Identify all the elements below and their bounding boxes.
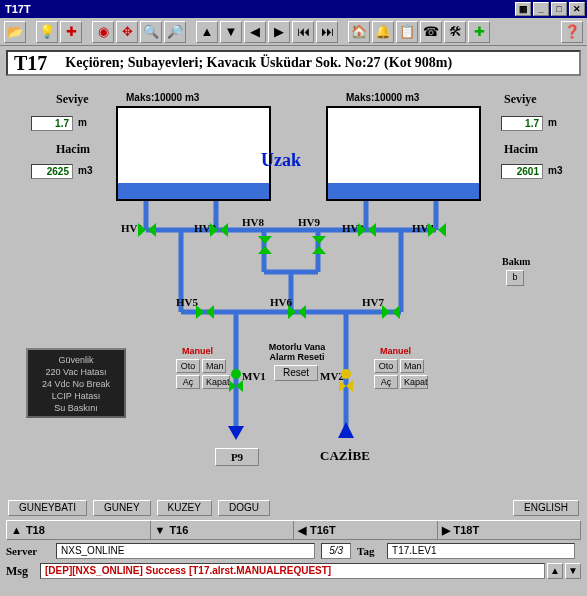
target-icon[interactable]: ◉ (92, 21, 114, 43)
zoom-out-icon[interactable]: 🔎 (164, 21, 186, 43)
nav-down-icon[interactable]: ▼ (220, 21, 242, 43)
phone-icon[interactable]: ☎ (420, 21, 442, 43)
bulb-icon[interactable]: 💡 (36, 21, 58, 43)
valve-hv5[interactable] (196, 305, 214, 319)
svg-marker-21 (220, 223, 228, 237)
valve-hv8[interactable] (258, 236, 272, 254)
nav-t18[interactable]: ▲T18 (7, 521, 151, 539)
valve-hv9[interactable] (312, 236, 326, 254)
nav-right-icon-small: ▶ (442, 524, 450, 537)
open-icon[interactable]: 📂 (4, 21, 26, 43)
hv8-label: HV8 (242, 216, 264, 228)
valve-hv4[interactable] (428, 223, 446, 237)
seviye-value-1: 1.7 (31, 116, 73, 131)
outlet-p9-button[interactable]: P9 (215, 448, 259, 466)
mv1-man-button[interactable]: Man (202, 359, 226, 373)
mv1-ac-button[interactable]: Aç (176, 375, 200, 389)
add-icon[interactable]: ✚ (468, 21, 490, 43)
clipboard-icon[interactable]: 📋 (396, 21, 418, 43)
outlet-cazibe-label: CAZİBE (320, 448, 370, 464)
nav-t16-label: T16 (169, 524, 188, 536)
maks-label-2: Maks:10000 m3 (346, 92, 419, 103)
mv2-kapat-button[interactable]: Kapat (400, 375, 428, 389)
bakim-label: Bakım (502, 256, 530, 267)
help-icon[interactable]: ❓ (561, 21, 583, 43)
message-row: Msg [DEP][NXS_ONLINE] Success [T17.alrst… (6, 562, 581, 580)
toolbar: 📂 💡 ✚ ◉ ✥ 🔍 🔎 ▲ ▼ ◀ ▶ ⏮ ⏭ 🏠 🔔 📋 ☎ 🛠 ✚ ❓ (0, 18, 587, 46)
msg-scroll-up[interactable]: ▲ (547, 563, 563, 579)
mv2-man-button[interactable]: Man (400, 359, 424, 373)
tag-value: T17.LEV1 (387, 543, 575, 559)
region-kuzey-button[interactable]: KUZEY (157, 500, 212, 516)
alarm-line-4: LCIP Hatası (30, 390, 122, 402)
window-icon-btn[interactable]: ▦ (515, 2, 531, 16)
mv2-mode-label: Manuel (380, 346, 411, 356)
alarm-line-2: 220 Vac Hatası (30, 366, 122, 378)
svg-marker-17 (338, 422, 354, 438)
close-button[interactable]: ✕ (569, 2, 585, 16)
valve-hv3[interactable] (358, 223, 376, 237)
mv2-oto-button[interactable]: Oto (374, 359, 398, 373)
valve-hv7[interactable] (382, 305, 400, 319)
valve-hv2[interactable] (210, 223, 228, 237)
maximize-button[interactable]: □ (551, 2, 567, 16)
nav-t18t[interactable]: ▶T18T (438, 521, 581, 539)
nav-up-icon[interactable]: ▲ (196, 21, 218, 43)
reset-title-1: Motorlu Vana (264, 342, 330, 352)
mv1-mode-label: Manuel (182, 346, 213, 356)
nav-prev-icon[interactable]: ◀ (244, 21, 266, 43)
nav-left-icon-small: ◀ (298, 524, 306, 537)
nav-t18t-label: T18T (454, 524, 480, 536)
mv1-oto-button[interactable]: Oto (176, 359, 200, 373)
nav-t16t[interactable]: ◀T16T (294, 521, 438, 539)
seviye-unit-1: m (78, 117, 87, 128)
bakim-button[interactable]: b (506, 270, 524, 286)
alarm-panel: Güvenlik 220 Vac Hatası 24 Vdc No Break … (26, 348, 126, 418)
svg-marker-28 (428, 223, 436, 237)
home-icon[interactable]: 🏠 (348, 21, 370, 43)
svg-marker-23 (258, 246, 272, 254)
alarm-reset-button[interactable]: Reset (274, 365, 318, 381)
server-row: Server NXS_ONLINE 5/3 Tag T17.LEV1 (6, 542, 581, 560)
svg-marker-29 (438, 223, 446, 237)
valve-hv1[interactable] (138, 223, 156, 237)
svg-marker-20 (210, 223, 218, 237)
motor-valve-mv2[interactable] (336, 368, 356, 392)
nav-last-icon[interactable]: ⏭ (316, 21, 338, 43)
valve-hv6[interactable] (288, 305, 306, 319)
alarm-line-1: Güvenlik (30, 354, 122, 366)
move-icon[interactable]: ✥ (116, 21, 138, 43)
chart-icon[interactable]: ✚ (60, 21, 82, 43)
svg-marker-24 (312, 236, 326, 244)
scada-canvas: Seviye 1.7 m Hacim 2625 m3 Maks:10000 m3… (6, 80, 581, 498)
english-button[interactable]: ENGLISH (513, 500, 579, 516)
hacim-value-1: 2625 (31, 164, 73, 179)
hacim-label-1: Hacim (56, 142, 90, 157)
mv2-ac-button[interactable]: Aç (374, 375, 398, 389)
msg-scroll-down[interactable]: ▼ (565, 563, 581, 579)
nav-first-icon[interactable]: ⏮ (292, 21, 314, 43)
svg-marker-35 (392, 305, 400, 319)
window-title: T17T (2, 3, 515, 15)
region-guney-button[interactable]: GUNEY (93, 500, 151, 516)
bell-icon[interactable]: 🔔 (372, 21, 394, 43)
server-value: NXS_ONLINE (56, 543, 315, 559)
region-dogu-button[interactable]: DOGU (218, 500, 270, 516)
seviye-label-1: Seviye (56, 92, 89, 107)
nav-next-icon[interactable]: ▶ (268, 21, 290, 43)
hacim-unit-2: m3 (548, 165, 562, 176)
station-code: T17 (14, 52, 47, 75)
window-titlebar: T17T ▦ _ □ ✕ (0, 0, 587, 18)
region-guneybati-button[interactable]: GUNEYBATI (8, 500, 87, 516)
nav-t16[interactable]: ▼T16 (151, 521, 295, 539)
mv1-kapat-button[interactable]: Kapat (202, 375, 230, 389)
uzak-label: Uzak (261, 150, 301, 171)
minimize-button[interactable]: _ (533, 2, 549, 16)
seviye-value-2: 1.7 (501, 116, 543, 131)
seviye-label-2: Seviye (504, 92, 537, 107)
zoom-in-icon[interactable]: 🔍 (140, 21, 162, 43)
nav-t18-label: T18 (26, 524, 45, 536)
alarm-line-3: 24 Vdc No Break (30, 378, 122, 390)
svg-marker-30 (196, 305, 204, 319)
config-icon[interactable]: 🛠 (444, 21, 466, 43)
